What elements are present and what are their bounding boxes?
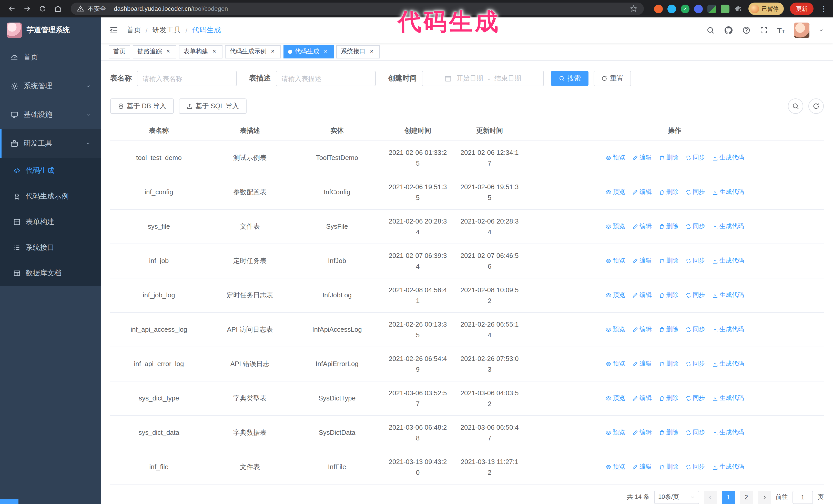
tab-codegen-example[interactable]: 代码生成示例 × bbox=[225, 45, 281, 58]
tab-system-api[interactable]: 系统接口 × bbox=[336, 45, 380, 58]
row-action-delete[interactable]: 删除 bbox=[659, 324, 679, 335]
tab-close-icon[interactable]: × bbox=[269, 48, 276, 55]
row-action-edit[interactable]: 编辑 bbox=[632, 427, 652, 438]
row-action-preview[interactable]: 预览 bbox=[605, 152, 625, 163]
row-action-delete[interactable]: 删除 bbox=[659, 358, 679, 369]
date-range-picker[interactable]: 开始日期 - 结束日期 bbox=[422, 71, 544, 86]
row-action-generate-code[interactable]: 生成代码 bbox=[712, 255, 744, 266]
extension-icon-drop[interactable] bbox=[667, 4, 676, 13]
row-action-edit[interactable]: 编辑 bbox=[632, 461, 652, 472]
row-action-sync[interactable]: 同步 bbox=[685, 187, 705, 197]
row-action-generate-code[interactable]: 生成代码 bbox=[712, 187, 744, 197]
extension-icon-people[interactable] bbox=[694, 4, 703, 13]
tab-close-icon[interactable]: × bbox=[211, 48, 218, 55]
sidebar-item-codegen[interactable]: 代码生成 bbox=[0, 158, 101, 184]
row-action-delete[interactable]: 删除 bbox=[659, 255, 679, 266]
tab-form-builder[interactable]: 表单构建 × bbox=[179, 45, 222, 58]
row-action-delete[interactable]: 删除 bbox=[659, 393, 679, 404]
row-action-edit[interactable]: 编辑 bbox=[632, 187, 652, 197]
refresh-table-button[interactable] bbox=[808, 98, 824, 114]
row-action-sync[interactable]: 同步 bbox=[685, 290, 705, 301]
sidebar-item-dev-tools[interactable]: 研发工具 bbox=[0, 129, 101, 158]
row-action-preview[interactable]: 预览 bbox=[605, 358, 625, 369]
browser-update-button[interactable]: 更新 bbox=[790, 3, 813, 15]
row-action-preview[interactable]: 预览 bbox=[605, 427, 625, 438]
tab-close-icon[interactable]: × bbox=[165, 48, 172, 55]
bookmark-star-icon[interactable] bbox=[629, 5, 638, 13]
row-action-generate-code[interactable]: 生成代码 bbox=[712, 427, 744, 438]
row-action-sync[interactable]: 同步 bbox=[685, 393, 705, 404]
row-action-preview[interactable]: 预览 bbox=[605, 187, 625, 197]
table-desc-input[interactable] bbox=[276, 71, 376, 86]
pagination-next-button[interactable] bbox=[758, 490, 771, 504]
extension-icon-leaf[interactable] bbox=[721, 4, 730, 13]
row-action-preview[interactable]: 预览 bbox=[605, 324, 625, 335]
row-action-generate-code[interactable]: 生成代码 bbox=[712, 461, 744, 472]
row-action-preview[interactable]: 预览 bbox=[605, 290, 625, 301]
pagination-goto-input[interactable] bbox=[792, 490, 813, 504]
address-bar[interactable]: 不安全 dashboard.yudao.iocoder.cn/tool/code… bbox=[71, 3, 644, 15]
search-icon[interactable] bbox=[706, 26, 714, 34]
reset-button[interactable]: 重置 bbox=[594, 71, 631, 86]
row-action-sync[interactable]: 同步 bbox=[685, 255, 705, 266]
tab-close-icon[interactable]: × bbox=[368, 48, 375, 55]
row-action-generate-code[interactable]: 生成代码 bbox=[712, 221, 744, 232]
sidebar-item-system-management[interactable]: 系统管理 bbox=[0, 72, 101, 100]
sidebar-item-codegen-example[interactable]: 代码生成示例 bbox=[0, 184, 101, 209]
extensions-puzzle-icon[interactable] bbox=[734, 5, 742, 13]
browser-back-button[interactable] bbox=[5, 2, 19, 16]
browser-menu-icon[interactable]: ⋮ bbox=[820, 4, 828, 13]
row-action-edit[interactable]: 编辑 bbox=[632, 152, 652, 163]
breadcrumb-home[interactable]: 首页 bbox=[127, 26, 141, 35]
row-action-sync[interactable]: 同步 bbox=[685, 324, 705, 335]
import-db-button[interactable]: 基于 DB 导入 bbox=[110, 98, 174, 114]
help-icon[interactable] bbox=[742, 26, 750, 34]
row-action-edit[interactable]: 编辑 bbox=[632, 221, 652, 232]
row-action-preview[interactable]: 预览 bbox=[605, 461, 625, 472]
breadcrumb-dev-tools[interactable]: 研发工具 bbox=[152, 26, 181, 35]
row-action-delete[interactable]: 删除 bbox=[659, 221, 679, 232]
row-action-delete[interactable]: 删除 bbox=[659, 461, 679, 472]
pagination-page-1[interactable]: 1 bbox=[722, 490, 735, 504]
tab-home[interactable]: 首页 bbox=[109, 45, 130, 58]
search-button[interactable]: 搜索 bbox=[551, 71, 589, 86]
row-action-preview[interactable]: 预览 bbox=[605, 393, 625, 404]
tab-close-icon[interactable]: × bbox=[322, 48, 329, 55]
row-action-generate-code[interactable]: 生成代码 bbox=[712, 324, 744, 335]
sidebar-item-infrastructure[interactable]: 基础设施 bbox=[0, 100, 101, 129]
row-action-edit[interactable]: 编辑 bbox=[632, 324, 652, 335]
row-action-sync[interactable]: 同步 bbox=[685, 427, 705, 438]
row-action-sync[interactable]: 同步 bbox=[685, 152, 705, 163]
sidebar-item-home[interactable]: 首页 bbox=[0, 43, 101, 72]
logo[interactable]: 芋道管理系统 bbox=[0, 18, 101, 43]
table-name-input[interactable] bbox=[137, 71, 237, 86]
row-action-preview[interactable]: 预览 bbox=[605, 221, 625, 232]
row-action-delete[interactable]: 删除 bbox=[659, 290, 679, 301]
tab-link-trace[interactable]: 链路追踪 × bbox=[133, 45, 176, 58]
font-size-icon[interactable]: TT bbox=[777, 26, 785, 34]
tab-codegen[interactable]: 代码生成 × bbox=[284, 45, 334, 58]
row-action-sync[interactable]: 同步 bbox=[685, 221, 705, 232]
sidebar-item-form-builder[interactable]: 表单构建 bbox=[0, 209, 101, 235]
sidebar-item-system-api[interactable]: 系统接口 bbox=[0, 235, 101, 261]
pagination-page-2[interactable]: 2 bbox=[740, 490, 753, 504]
import-sql-button[interactable]: 基于 SQL 导入 bbox=[179, 98, 247, 114]
row-action-sync[interactable]: 同步 bbox=[685, 461, 705, 472]
row-action-sync[interactable]: 同步 bbox=[685, 358, 705, 369]
row-action-delete[interactable]: 删除 bbox=[659, 427, 679, 438]
row-action-delete[interactable]: 删除 bbox=[659, 152, 679, 163]
caret-down-icon[interactable] bbox=[819, 28, 824, 33]
user-avatar[interactable] bbox=[794, 23, 809, 38]
browser-profile-chip[interactable]: 已暂停 bbox=[748, 3, 784, 15]
row-action-edit[interactable]: 编辑 bbox=[632, 290, 652, 301]
github-icon[interactable] bbox=[723, 26, 733, 35]
pagination-prev-button[interactable] bbox=[704, 490, 717, 504]
row-action-delete[interactable]: 删除 bbox=[659, 187, 679, 197]
extension-icon-check[interactable]: ✓ bbox=[681, 4, 689, 13]
sidebar-toggle-button[interactable] bbox=[101, 18, 127, 43]
extension-icon-fox[interactable] bbox=[654, 4, 663, 13]
row-action-generate-code[interactable]: 生成代码 bbox=[712, 290, 744, 301]
fullscreen-icon[interactable] bbox=[759, 26, 768, 34]
browser-home-button[interactable] bbox=[51, 2, 65, 16]
browser-reload-button[interactable] bbox=[36, 2, 49, 16]
